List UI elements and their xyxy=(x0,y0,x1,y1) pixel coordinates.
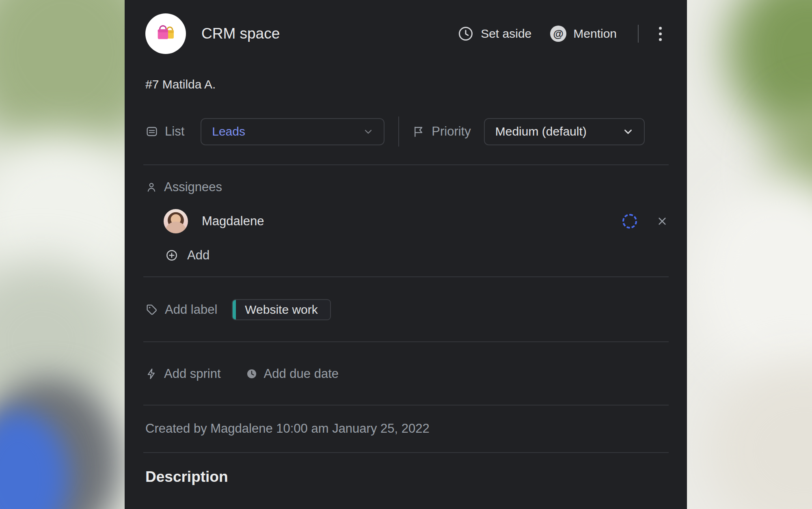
set-aside-button[interactable]: Set aside xyxy=(458,26,531,42)
space-name: CRM space xyxy=(201,25,280,42)
panel-header: CRM space Set aside @ Mention xyxy=(125,0,687,54)
list-dropdown[interactable]: Leads xyxy=(201,118,384,145)
priority-field-label: Priority xyxy=(432,124,471,139)
section-divider xyxy=(143,164,669,165)
add-label-label: Add label xyxy=(165,302,217,317)
more-options-button[interactable] xyxy=(657,25,663,43)
add-sprint-button[interactable]: Add sprint xyxy=(145,367,221,381)
space-avatar[interactable] xyxy=(145,13,186,54)
priority-dropdown[interactable]: Medium (default) xyxy=(484,118,645,145)
priority-flag-icon xyxy=(412,125,425,138)
assignees-header: Assignees xyxy=(125,180,687,194)
chevron-down-icon xyxy=(622,125,634,138)
description-heading: Description xyxy=(145,468,687,485)
tag-icon xyxy=(145,303,158,316)
add-label-button[interactable]: Add label xyxy=(145,302,217,317)
remove-assignee-button[interactable] xyxy=(656,215,669,228)
add-due-date-button[interactable]: Add due date xyxy=(246,367,339,381)
mention-button[interactable]: @ Mention xyxy=(550,26,617,42)
task-detail-panel: CRM space Set aside @ Mention xyxy=(125,0,687,509)
priority-value: Medium (default) xyxy=(495,125,587,138)
background-blob xyxy=(706,361,812,509)
created-by-line: Created by Magdalene 10:00 am January 25… xyxy=(125,421,687,436)
kebab-dot xyxy=(659,27,662,30)
assignee-row: Magdalene xyxy=(125,209,687,233)
clock-icon xyxy=(246,368,257,380)
header-actions: Set aside @ Mention xyxy=(458,25,663,43)
header-divider xyxy=(638,25,639,43)
plus-circle-icon xyxy=(165,249,178,262)
label-chip[interactable]: Website work xyxy=(232,299,331,320)
assignee-name: Magdalene xyxy=(202,214,264,229)
fields-vertical-divider xyxy=(398,116,399,147)
section-divider xyxy=(143,405,669,405)
chevron-down-icon xyxy=(363,126,374,137)
list-icon xyxy=(145,125,158,138)
labels-row: Add label Website work xyxy=(125,299,687,320)
loading-spinner xyxy=(622,214,637,229)
label-chip-text: Website work xyxy=(245,303,318,317)
assignee-avatar xyxy=(164,209,188,233)
assignees-label: Assignees xyxy=(164,180,222,194)
list-field-label: List xyxy=(165,124,184,139)
kebab-dot xyxy=(659,32,662,35)
section-divider xyxy=(143,341,669,342)
shopping-bags-icon xyxy=(154,22,177,45)
background-blob xyxy=(694,175,812,386)
schedule-row: Add sprint Add due date xyxy=(125,367,687,381)
add-sprint-label: Add sprint xyxy=(164,367,221,381)
mention-label: Mention xyxy=(573,27,617,41)
task-title[interactable]: #7 Matilda A. xyxy=(145,78,663,91)
label-color-bar xyxy=(233,300,236,319)
mention-at-icon: @ xyxy=(550,26,566,42)
close-icon xyxy=(656,215,669,228)
section-divider xyxy=(143,452,669,453)
list-value: Leads xyxy=(212,125,245,138)
add-due-date-label: Add due date xyxy=(264,367,339,381)
set-aside-clock-icon xyxy=(458,26,474,42)
section-divider xyxy=(143,276,669,277)
person-icon xyxy=(145,181,158,193)
set-aside-label: Set aside xyxy=(481,27,531,41)
add-assignee-button[interactable]: Add xyxy=(125,248,228,263)
fields-row: List Leads Priority Medium (default) xyxy=(145,116,669,147)
lightning-icon xyxy=(145,368,158,380)
add-assignee-label: Add xyxy=(187,248,209,263)
kebab-dot xyxy=(659,38,662,41)
